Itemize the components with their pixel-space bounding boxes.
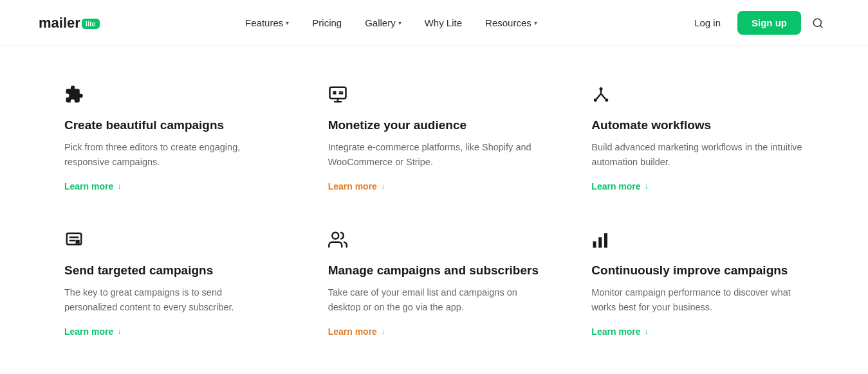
feature-desc: The key to great campaigns is to send pe… [64,285,277,315]
main-content: Create beautiful campaigns Pick from thr… [0,46,868,374]
arrow-down-icon: ↓ [381,327,385,336]
feature-card-monetize: Monetize your audience Integrate e-comme… [328,85,540,191]
login-button[interactable]: Log in [683,12,732,33]
svg-rect-3 [333,91,336,94]
feature-desc: Build advanced marketing workflows in th… [591,140,804,170]
svg-rect-12 [604,233,607,248]
learn-more-targeted[interactable]: Learn more ↓ [64,326,277,337]
chevron-down-icon: ▾ [534,19,537,26]
nav-gallery-label: Gallery [365,17,396,28]
nav-resources-label: Resources [485,17,531,28]
feature-title: Monetize your audience [328,118,540,134]
arrow-down-icon: ↓ [645,327,649,336]
header: mailerlite Features ▾ Pricing Gallery ▾ … [0,0,868,46]
feature-desc: Integrate e-commerce platforms, like Sho… [328,140,540,170]
learn-more-automate[interactable]: Learn more ↓ [591,181,804,191]
learn-more-campaigns[interactable]: Learn more ↓ [64,181,277,191]
feature-title: Manage campaigns and subscribers [328,263,540,279]
svg-rect-2 [329,87,346,99]
feature-card-targeted: Send targeted campaigns The key to great… [64,230,277,337]
feature-title: Send targeted campaigns [64,263,277,279]
nav-why-lite-label: Why Lite [425,17,462,28]
nav-gallery[interactable]: Gallery ▾ [356,12,411,33]
feature-desc: Monitor campaign performance to discover… [591,285,804,315]
feature-card-manage: Manage campaigns and subscribers Take ca… [328,230,540,337]
nav-features-label: Features [245,17,283,28]
arrow-down-icon: ↓ [117,327,121,336]
logo-badge: lite [82,19,100,29]
header-actions: Log in Sign up [683,11,829,35]
improve-icon [591,230,804,253]
nav-resources[interactable]: Resources ▾ [476,12,546,33]
signup-button[interactable]: Sign up [737,11,801,35]
svg-rect-10 [593,242,596,248]
feature-card-improve: Continuously improve campaigns Monitor c… [591,230,804,337]
automate-icon [591,85,804,107]
nav-features[interactable]: Features ▾ [236,12,298,33]
search-button[interactable] [806,12,829,35]
feature-card-automate: Automate workflows Build advanced market… [591,85,804,191]
nav-pricing-label: Pricing [312,17,342,28]
manage-icon [328,230,540,253]
feature-title: Automate workflows [591,118,804,134]
svg-line-1 [820,25,822,27]
puzzle-icon [64,85,277,107]
nav-pricing[interactable]: Pricing [303,12,351,33]
svg-point-9 [332,233,338,239]
search-icon [812,17,824,29]
logo[interactable]: mailerlite [39,15,100,31]
feature-desc: Take care of your email list and campaig… [328,285,540,315]
feature-title: Create beautiful campaigns [64,118,277,134]
svg-rect-11 [599,237,602,247]
main-nav: Features ▾ Pricing Gallery ▾ Why Lite Re… [236,12,546,33]
feature-desc: Pick from three editors to create engagi… [64,140,277,170]
learn-more-improve[interactable]: Learn more ↓ [591,326,804,337]
svg-rect-8 [76,240,80,244]
chevron-down-icon: ▾ [286,19,289,26]
features-grid: Create beautiful campaigns Pick from thr… [64,85,804,337]
feature-card-campaigns: Create beautiful campaigns Pick from thr… [64,85,277,191]
arrow-down-icon: ↓ [117,182,121,191]
arrow-down-icon: ↓ [381,182,385,191]
learn-more-manage[interactable]: Learn more ↓ [328,326,540,337]
chevron-down-icon: ▾ [398,19,402,26]
feature-title: Continuously improve campaigns [591,263,804,279]
logo-text: mailer [39,15,80,31]
arrow-down-icon: ↓ [645,182,649,191]
targeted-icon [64,230,277,253]
monetize-icon [328,85,540,107]
learn-more-monetize[interactable]: Learn more ↓ [328,181,540,191]
nav-why-lite[interactable]: Why Lite [416,12,471,33]
